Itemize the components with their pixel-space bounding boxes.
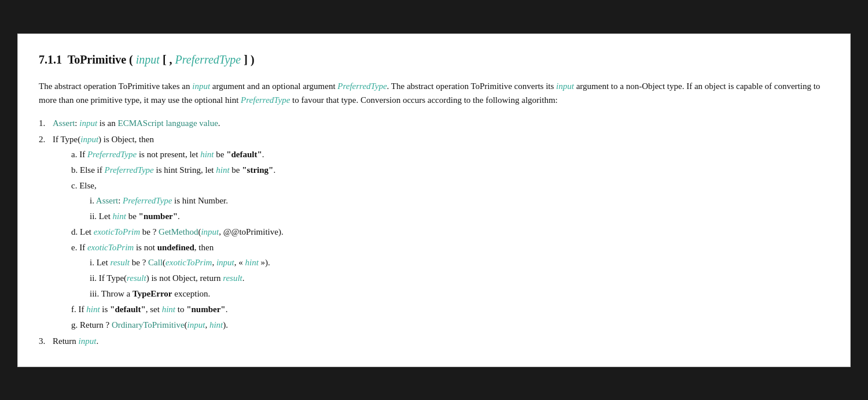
step2a-preferred-link[interactable]: PreferredType (87, 150, 137, 159)
step-3: Return input. (53, 334, 829, 348)
step2ei-hint: hint (245, 258, 258, 267)
section-heading: 7.1.1 ToPrimitive ( input [ , PreferredT… (39, 50, 829, 69)
step-2e-subsubsteps: i. Let result be ? Call(exoticToPrim, in… (90, 255, 829, 301)
step3-input: input (79, 336, 97, 346)
step2g-hint: hint (209, 320, 223, 329)
intro-input-link2[interactable]: input (556, 82, 574, 91)
step2cii-hint: hint (113, 212, 126, 221)
step-2-text: If Type(input) is Object, then (53, 135, 154, 144)
step-2e-i: i. Let result be ? Call(exoticToPrim, in… (90, 255, 829, 269)
step-1: Assert: input is an ECMAScript language … (53, 116, 829, 130)
step-2c: c. Else, i. Assert: PreferredType is hin… (71, 179, 829, 223)
param-input: input (136, 53, 160, 66)
step-1-text: Assert: input is an ECMAScript language … (53, 118, 220, 128)
step-3-text: Return input. (53, 336, 98, 346)
step2g-ordinarytoprimitive-link[interactable]: OrdinaryToPrimitive (112, 320, 185, 329)
section-number: 7.1.1 ToPrimitive ( (39, 53, 136, 66)
step2eii-result: result (127, 273, 146, 283)
step-2a: a. If PreferredType is not present, let … (71, 147, 829, 161)
step2e-undefined: undefined (157, 243, 194, 252)
step2d-exotictoprim: exoticToPrim (94, 227, 140, 236)
step2b-preferred-link[interactable]: PreferredType (105, 165, 154, 175)
assert-link[interactable]: Assert (53, 118, 75, 128)
intro-input-link[interactable]: input (192, 82, 210, 91)
step2f-default-val: "default" (110, 305, 146, 314)
step1-input-link[interactable]: input (79, 118, 97, 128)
step-2f: f. If hint is "default", set hint to "nu… (71, 302, 829, 316)
step-2d: d. Let exoticToPrim be ? GetMethod(input… (71, 225, 829, 239)
step2f-number-val: "number" (186, 305, 226, 314)
step2b-string-val: "string" (242, 165, 273, 175)
step2ei-input: input (216, 258, 234, 267)
step-2b: b. Else if PreferredType is hint String,… (71, 163, 829, 177)
step2ci-preferred-link[interactable]: PreferredType (123, 196, 172, 205)
algorithm-list: Assert: input is an ECMAScript language … (53, 116, 829, 348)
bracket-close: ] ) (241, 53, 254, 66)
step2eiii-typeerror: TypeError (133, 289, 172, 298)
intro-preferred-type-link[interactable]: PreferredType (337, 82, 387, 91)
step2d-getmethod-link[interactable]: GetMethod (159, 227, 198, 236)
step2d-input-link[interactable]: input (201, 227, 219, 236)
intro-preferred-type-link2[interactable]: PreferredType (241, 95, 290, 105)
step-2c-ii: ii. Let hint be "number". (90, 209, 829, 223)
step-2e-ii: ii. If Type(result) is not Object, retur… (90, 271, 829, 285)
step2b-hint: hint (216, 165, 229, 175)
step2ci-assert-link[interactable]: Assert (96, 196, 118, 205)
step2-input-link[interactable]: input (80, 135, 98, 144)
step-2g: g. Return ? OrdinaryToPrimitive(input, h… (71, 318, 829, 332)
step2ei-exotictoprim: exoticToPrim (165, 258, 212, 267)
step-2c-subsubsteps: i. Assert: PreferredType is hint Number.… (90, 194, 829, 223)
step2ei-result: result (110, 258, 130, 267)
content-box: 7.1.1 ToPrimitive ( input [ , PreferredT… (17, 34, 851, 367)
step-2e-iii: iii. Throw a TypeError exception. (90, 287, 829, 301)
step-2-substeps: a. If PreferredType is not present, let … (71, 147, 829, 332)
step-2c-i: i. Assert: PreferredType is hint Number. (90, 194, 829, 208)
bracket-open: [ , (160, 53, 175, 66)
step-2: If Type(input) is Object, then a. If Pre… (53, 132, 829, 332)
step2f-hint: hint (86, 305, 100, 314)
step2eii-result2: result (223, 273, 242, 283)
step2a-hint: hint (200, 150, 214, 159)
step2cii-number-val: "number" (139, 212, 178, 221)
param-preferred-type: PreferredType (175, 53, 241, 66)
intro-paragraph: The abstract operation ToPrimitive takes… (39, 79, 829, 107)
step2f-hint2: hint (162, 305, 175, 314)
step2a-default-val: "default" (226, 150, 262, 159)
step-2e: e. If exoticToPrim is not undefined, the… (71, 240, 829, 301)
step2ei-call-link[interactable]: Call (148, 258, 163, 267)
ecmascript-link[interactable]: ECMAScript language value (118, 118, 218, 128)
step2e-exotictoprim: exoticToPrim (87, 243, 134, 252)
step2g-input: input (187, 320, 205, 329)
